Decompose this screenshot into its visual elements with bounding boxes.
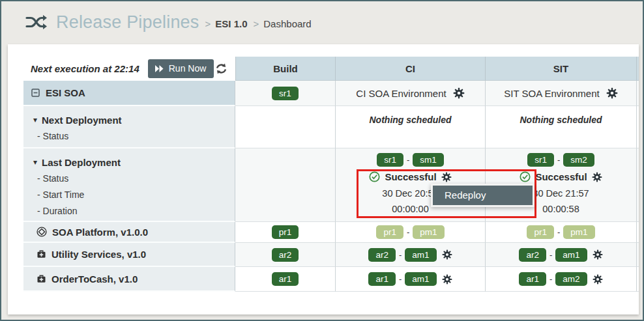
gear-icon[interactable]: [606, 87, 618, 99]
app-window: Release Pipelines > ESI 1.0 > Dashboard …: [0, 0, 644, 321]
platform-icon: [37, 227, 47, 237]
build-cell-app: pr1: [235, 222, 336, 243]
version-badge: am1: [555, 248, 587, 262]
cut-cell: [637, 243, 639, 267]
version-badge: ar1: [272, 272, 299, 286]
sit-cell-app: ar2 - am1: [486, 243, 637, 267]
group-title: Last Deployment: [42, 157, 121, 168]
sit-environment-label: SIT SOA Environment: [504, 88, 599, 99]
breadcrumb-separator: >: [254, 18, 259, 29]
badge-dash: -: [549, 250, 552, 260]
gear-icon[interactable]: [593, 249, 603, 260]
app-row-ordertocash: OrderToCash, v1.0: [23, 267, 235, 292]
deployment-badges: sr1 - sm2: [527, 153, 594, 167]
app-name: SOA Platform, v1.0.0: [52, 227, 148, 238]
page-title: Release Pipelines: [56, 12, 199, 33]
check-circle-icon: [520, 171, 531, 182]
gear-icon[interactable]: [453, 87, 465, 99]
version-badge: pm1: [413, 225, 444, 239]
sit-cell-app: ar1 - am2: [486, 267, 637, 292]
nothing-scheduled-label: Nothing scheduled: [520, 115, 602, 125]
next-execution-label: Next execution at 22:14: [31, 63, 139, 74]
version-badge: am1: [405, 272, 436, 286]
collapse-icon[interactable]: [31, 89, 40, 97]
version-badge: sr1: [377, 153, 403, 167]
version-badge: ar2: [368, 248, 396, 262]
breadcrumb-release[interactable]: ESI 1.0: [215, 18, 247, 29]
refresh-icon[interactable]: [215, 63, 227, 75]
last-deployment-label: ▾ Last Deployment - Status - Start Time …: [23, 148, 235, 222]
version-badge: sm1: [413, 153, 444, 167]
sub-label-status: - Status: [33, 170, 235, 186]
shuffle-icon: [25, 14, 47, 31]
badge-dash: -: [407, 227, 409, 237]
last-deployment-title-row[interactable]: ▾ Last Deployment: [33, 154, 235, 170]
nothing-scheduled-label: Nothing scheduled: [370, 115, 452, 125]
gear-icon[interactable]: [442, 274, 452, 285]
app-row-soa-platform: SOA Platform, v1.0.0: [23, 222, 235, 243]
badge-dash: -: [549, 274, 552, 284]
cut-cell: [637, 81, 639, 106]
next-deployment-title-row[interactable]: ▾ Next Deployment: [33, 112, 235, 128]
version-badge: pm1: [563, 225, 594, 239]
status-label: Successful: [385, 171, 436, 182]
deployment-status-row: Successful: [520, 170, 602, 184]
context-menu: Redeploy: [431, 184, 534, 207]
column-header-sit: SIT: [486, 57, 637, 81]
app-name: OrderToCash, v1.0: [51, 273, 138, 285]
briefcase-plus-icon: [37, 249, 46, 259]
badge-dash: -: [407, 155, 409, 165]
pipeline-table: Next execution at 22:14 Run Now: [23, 57, 639, 292]
ci-environment-cell: CI SOA Environment: [336, 81, 486, 106]
version-badge: am2: [555, 272, 587, 286]
page-header: Release Pipelines > ESI 1.0 > Dashboard: [1, 1, 643, 43]
breadcrumb-separator: >: [205, 18, 211, 29]
ci-next-status-cell: Nothing scheduled: [336, 106, 486, 148]
cut-cell: [637, 148, 639, 222]
run-now-button[interactable]: Run Now: [148, 59, 214, 78]
gear-icon[interactable]: [592, 172, 602, 182]
fast-forward-icon: [155, 65, 164, 72]
ci-cell-app: ar1 - am1: [336, 267, 486, 292]
check-circle-icon: [369, 171, 380, 182]
badge-dash: -: [399, 250, 402, 260]
sub-label-start-time: - Start Time: [33, 186, 235, 202]
ci-cell-app: pr1 - pm1: [336, 222, 486, 243]
pipeline-toolbar: Next execution at 22:14 Run Now: [23, 57, 235, 81]
column-header-ci: CI: [336, 57, 486, 81]
version-badge: am1: [405, 248, 436, 262]
build-cell-app: ar1: [235, 267, 336, 292]
cut-cell: [637, 222, 639, 243]
cut-cell: [637, 106, 639, 148]
version-badge: ar2: [272, 248, 299, 262]
version-badge: sm2: [563, 153, 594, 167]
sit-environment-cell: SIT SOA Environment: [486, 81, 637, 106]
gear-icon[interactable]: [593, 274, 603, 285]
build-cell-empty: [235, 106, 336, 148]
build-cell-app: ar2: [235, 243, 336, 267]
sit-next-status-cell: Nothing scheduled: [486, 106, 637, 148]
start-time-value: 30 Dec 21:57: [533, 187, 589, 199]
briefcase-plus-icon: [37, 274, 46, 284]
badge-dash: -: [557, 155, 560, 165]
version-badge: sr1: [527, 153, 554, 167]
gear-icon[interactable]: [441, 172, 452, 182]
pipeline-name: ESI SOA: [46, 87, 85, 98]
version-badge: pr1: [272, 225, 299, 239]
pipeline-row-label[interactable]: ESI SOA: [23, 81, 235, 106]
version-badge: ar1: [519, 272, 546, 286]
badge-dash: -: [557, 227, 560, 237]
run-now-label: Run Now: [169, 63, 207, 74]
group-title: Next Deployment: [42, 115, 122, 126]
version-badge: ar2: [519, 248, 546, 262]
sit-cell-app: pr1 - pm1: [486, 222, 637, 243]
gear-icon[interactable]: [442, 249, 452, 260]
ci-cell-app: ar2 - am1: [336, 243, 486, 267]
menu-item-redeploy[interactable]: Redeploy: [433, 186, 533, 205]
sub-label-duration: - Duration: [33, 202, 235, 219]
build-cell-empty: [235, 148, 336, 222]
version-badge: pr1: [376, 225, 403, 239]
build-cell-pipeline: sr1: [235, 81, 336, 106]
column-header-cut: [637, 57, 639, 81]
breadcrumb-dashboard[interactable]: Dashboard: [263, 18, 311, 29]
